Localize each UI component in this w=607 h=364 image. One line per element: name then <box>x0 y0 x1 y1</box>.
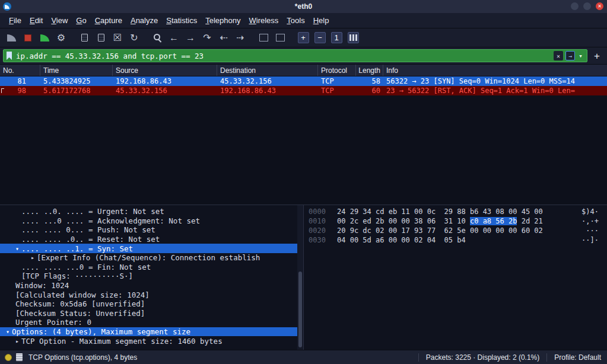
colorize-button[interactable] <box>272 30 288 46</box>
menu-file[interactable]: File <box>5 14 26 27</box>
column-header-source[interactable]: Source <box>113 65 217 76</box>
detail-line[interactable]: ▾Options: (4 bytes), Maximum segment siz… <box>0 327 303 337</box>
detail-text: [TCP Flags: ··········S·] <box>21 272 133 280</box>
expand-right-icon[interactable]: ▸ <box>13 338 21 344</box>
expand-down-icon[interactable]: ▾ <box>4 328 12 335</box>
previous-packet-icon: ⇠ <box>220 33 227 43</box>
resize-columns-button[interactable] <box>345 30 361 46</box>
window-title: *eth0 <box>0 2 607 11</box>
detail-line[interactable]: .... ..0. .... = Urgent: Not set <box>0 207 303 216</box>
next-packet-icon: ⇢ <box>236 33 244 43</box>
reload-capture-button[interactable]: ↻ <box>126 30 142 46</box>
detail-line[interactable]: Checksum: 0x5da6 [unverified] <box>0 299 303 309</box>
menu-tools[interactable]: Tools <box>282 14 309 27</box>
filter-apply-icon[interactable]: → <box>565 51 575 60</box>
packet-cell-info: 23 → 56322 [RST, ACK] Seq=1 Ack=1 Win=0 … <box>383 87 607 95</box>
menu-go[interactable]: Go <box>72 14 90 27</box>
menu-capture[interactable]: Capture <box>91 14 126 27</box>
filter-clear-icon[interactable]: ✕ <box>554 51 563 60</box>
status-profile[interactable]: Profile: Default <box>554 353 601 362</box>
add-filter-button[interactable]: + <box>592 51 602 61</box>
detail-line[interactable]: ▾.... .... ..1. = Syn: Set <box>0 244 303 253</box>
zoom-in-button[interactable]: + <box>295 30 311 46</box>
hex-row[interactable]: 003004 00 5d a6 00 00 02 04 05 b4··]· <box>304 235 607 245</box>
status-bar: TCP Options (tcp.options), 4 bytes Packe… <box>0 350 607 364</box>
previous-packet-button[interactable]: ⇠ <box>216 30 231 46</box>
save-capture-button[interactable] <box>93 30 109 46</box>
expand-right-icon[interactable]: ▸ <box>28 254 37 261</box>
detail-line[interactable]: .... .... ...0 = Fin: Not set <box>0 263 303 272</box>
detail-line[interactable]: [Calculated window size: 1024] <box>0 290 303 299</box>
packet-cell-destination: 45.33.32.156 <box>217 77 318 85</box>
hex-offset: 0030 <box>304 235 337 245</box>
go-back-button[interactable]: ← <box>166 30 182 46</box>
detail-line[interactable]: [TCP Flags: ··········S·] <box>0 272 303 281</box>
detail-text: .... ...0 .... = Acknowledgment: Not set <box>21 216 200 225</box>
detail-line[interactable]: ▸TCP Option - Maximum segment size: 1460… <box>0 336 303 346</box>
wireshark-window: *eth0 ✕ FileEditViewGoCaptureAnalyzeStat… <box>0 0 607 364</box>
expert-info-icon[interactable] <box>5 354 12 361</box>
column-header-destination[interactable]: Destination <box>217 65 318 76</box>
column-header-length[interactable]: Length <box>356 65 383 76</box>
hex-ascii: $)4· <box>581 207 599 216</box>
packet-cell-time: 5.433824925 <box>40 77 113 85</box>
detail-line[interactable]: ▸[Expert Info (Chat/Sequence): Connectio… <box>0 253 303 263</box>
column-header-no[interactable]: No. <box>0 65 40 76</box>
zoom-out-button[interactable]: − <box>312 30 328 46</box>
restart-capture-button[interactable] <box>37 30 52 46</box>
hex-row[interactable]: 002020 9c dc 02 00 17 93 77 62 5e 00 00 … <box>304 226 607 235</box>
detail-line[interactable]: .... ...0 .... = Acknowledgment: Not set <box>0 216 303 226</box>
packet-row[interactable]: 985.61717276845.33.32.156192.168.86.43TC… <box>0 86 607 95</box>
hex-row[interactable]: 001000 2c ed 2b 00 00 38 06 31 10 c0 a8 … <box>304 216 607 226</box>
packet-list-header: No.TimeSourceDestinationProtocolLengthIn… <box>0 65 607 76</box>
next-packet-button[interactable]: ⇢ <box>233 30 248 46</box>
hex-row[interactable]: 000024 29 34 cd eb 11 00 0c 29 88 b6 43 … <box>304 207 607 216</box>
menu-wireless[interactable]: Wireless <box>245 14 283 27</box>
menu-edit[interactable]: Edit <box>26 14 47 27</box>
detail-line[interactable]: Window: 1024 <box>0 281 303 290</box>
start-capture-button[interactable] <box>4 30 19 46</box>
details-scrollbar[interactable] <box>297 205 303 350</box>
auto-scroll-icon <box>259 34 268 41</box>
packet-list: No.TimeSourceDestinationProtocolLengthIn… <box>0 65 607 205</box>
packet-row[interactable]: 815.433824925192.168.86.4345.33.32.156TC… <box>0 76 607 86</box>
column-header-time[interactable]: Time <box>40 65 113 76</box>
expand-down-icon[interactable]: ▾ <box>13 245 21 252</box>
menu-analyze[interactable]: Analyze <box>126 14 162 27</box>
display-filter-input[interactable]: ip.addr == 45.33.32.156 and tcp.port == … <box>3 49 587 62</box>
auto-scroll-button[interactable] <box>256 30 271 46</box>
hex-bytes: 00 2c ed 2b 00 00 38 06 31 10 c0 a8 56 2… <box>337 217 543 225</box>
close-capture-button[interactable]: ☒ <box>110 30 125 46</box>
go-forward-button[interactable]: → <box>183 30 198 46</box>
menu-statistics[interactable]: Statistics <box>162 14 201 27</box>
menu-telephony[interactable]: Telephony <box>201 14 244 27</box>
detail-line[interactable]: .... .... 0... = Push: Not set <box>0 225 303 235</box>
filter-bookmark-icon[interactable] <box>7 52 12 60</box>
column-header-protocol[interactable]: Protocol <box>318 65 356 76</box>
packet-cell-length: 58 <box>356 77 383 85</box>
menu-view[interactable]: View <box>47 14 72 27</box>
filter-field-icons: ✕ → ▾ <box>554 51 584 60</box>
details-scrollbar-thumb[interactable] <box>298 272 302 347</box>
toolbar-separator <box>249 37 255 38</box>
open-capture-icon <box>81 34 88 41</box>
capture-comment-icon[interactable] <box>16 353 23 361</box>
minimize-button[interactable] <box>571 2 579 10</box>
filter-dropdown-icon[interactable]: ▾ <box>577 51 584 60</box>
column-header-info[interactable]: Info <box>383 65 607 76</box>
detail-line[interactable]: [Checksum Status: Unverified] <box>0 309 303 318</box>
detail-line[interactable]: .... .... .0.. = Reset: Not set <box>0 235 303 244</box>
go-forward-icon: → <box>186 33 195 43</box>
capture-options-button[interactable]: ⚙ <box>53 30 69 46</box>
close-button[interactable]: ✕ <box>596 2 603 10</box>
stop-capture-button[interactable] <box>20 30 36 46</box>
find-packet-button[interactable] <box>150 30 165 46</box>
title-bar: *eth0 ✕ <box>0 0 607 13</box>
zoom-100-button[interactable]: 1 <box>329 30 344 46</box>
go-to-packet-button[interactable]: ↷ <box>199 30 215 46</box>
detail-line[interactable]: Urgent Pointer: 0 <box>0 318 303 327</box>
maximize-button[interactable] <box>583 2 591 10</box>
detail-text: Window: 1024 <box>15 281 69 290</box>
open-capture-button[interactable] <box>77 30 92 46</box>
menu-help[interactable]: Help <box>309 14 333 27</box>
